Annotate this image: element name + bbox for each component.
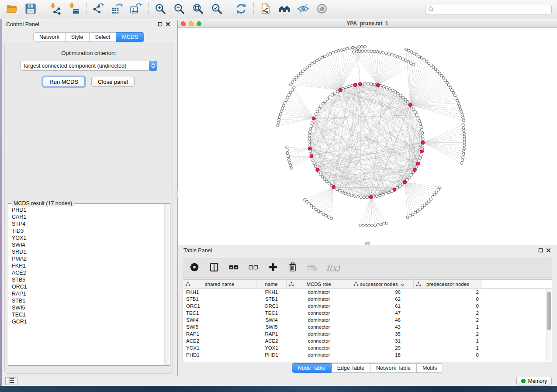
- table-row[interactable]: ORC1ORC1dominator610: [183, 303, 552, 309]
- zoom-selected-button[interactable]: [209, 2, 224, 17]
- table-cell: ACE2: [183, 337, 256, 344]
- close-panel-button[interactable]: Close panel: [91, 77, 135, 87]
- mcds-result-item[interactable]: ORC1: [9, 283, 164, 290]
- main-toolbar: [0, 0, 557, 19]
- mcds-result-item[interactable]: ACE2: [9, 269, 164, 276]
- control-panel: Control Panel Network Style Select MCDS …: [2, 20, 176, 376]
- mcds-result-item[interactable]: CAR1: [9, 213, 164, 220]
- column-header-name[interactable]: name: [256, 280, 287, 289]
- table-cell: dominator: [287, 316, 351, 323]
- table-row[interactable]: RAP1RAP1dominator352: [183, 330, 552, 337]
- mcds-result-item[interactable]: SWI5: [9, 304, 164, 311]
- export-table-icon: [111, 3, 123, 16]
- mcds-result-item[interactable]: GCR1: [9, 318, 164, 325]
- search-input[interactable]: [436, 7, 549, 13]
- float-panel-icon[interactable]: [538, 247, 543, 254]
- table-cell: [482, 323, 552, 330]
- list-icon: [8, 378, 15, 385]
- network-from-file-button[interactable]: [258, 2, 273, 17]
- houses-icon: [278, 3, 291, 16]
- show-column-panel-button[interactable]: [208, 262, 220, 274]
- run-mcds-button[interactable]: Run MCDS: [43, 77, 85, 87]
- horizontal-splitter-handle[interactable]: [365, 242, 370, 245]
- tab-network[interactable]: Network: [33, 32, 66, 42]
- table-cell: [482, 316, 552, 323]
- close-panel-icon[interactable]: [546, 247, 551, 254]
- hide-graphics-details-button[interactable]: [296, 2, 311, 17]
- delete-table-button[interactable]: [307, 262, 318, 274]
- deselect-all-button[interactable]: [248, 262, 259, 274]
- save-session-button[interactable]: [23, 2, 38, 17]
- column-header-shared-name[interactable]: shared name: [183, 280, 256, 289]
- sort-chevron-icon[interactable]: [401, 282, 405, 286]
- table-cell: dominator: [287, 303, 351, 309]
- home-overview-button[interactable]: [277, 2, 292, 17]
- delete-column-button[interactable]: [287, 262, 298, 274]
- table-row[interactable]: TEC1TEC1connector472: [183, 309, 552, 316]
- trash-icon: [287, 262, 298, 274]
- table-settings-button[interactable]: [189, 262, 200, 274]
- table-row[interactable]: STB1STB1dominator620: [183, 296, 552, 303]
- table-row[interactable]: FKH1FKH1dominator962: [183, 289, 552, 296]
- mcds-result-scrollbar[interactable]: [164, 204, 170, 365]
- open-file-button[interactable]: [4, 2, 19, 17]
- network-canvas[interactable]: [178, 28, 557, 245]
- mcds-result-item[interactable]: TEC1: [9, 311, 164, 318]
- zoom-fit-button[interactable]: [190, 2, 205, 17]
- export-table-button[interactable]: [110, 2, 125, 17]
- zoom-in-button[interactable]: [153, 2, 168, 17]
- task-history-button[interactable]: [5, 377, 17, 385]
- network-view-window: YPA_prune.txt_1: [178, 20, 557, 245]
- tab-network-table[interactable]: Network Table: [370, 363, 417, 373]
- mcds-result-item[interactable]: SWI4: [9, 241, 164, 248]
- mcds-result-item[interactable]: SRD1: [9, 248, 164, 255]
- tab-node-table[interactable]: Node Table: [292, 363, 332, 373]
- add-column-button[interactable]: [267, 262, 279, 274]
- table-row[interactable]: YOX1YOX1connector291: [183, 344, 552, 351]
- show-graphics-details-button[interactable]: [315, 2, 329, 17]
- mcds-result-item[interactable]: YOX1: [9, 234, 164, 241]
- mcds-result-item[interactable]: TID3: [9, 227, 164, 234]
- table-scrollbar[interactable]: [546, 289, 551, 361]
- tab-motifs[interactable]: Motifs: [417, 363, 443, 373]
- column-header-mcds-role[interactable]: MCDS role: [287, 280, 351, 289]
- close-panel-icon[interactable]: [166, 21, 170, 28]
- table-cell: dominator: [287, 330, 351, 337]
- tab-edge-table[interactable]: Edge Table: [332, 363, 370, 373]
- tab-mcds[interactable]: MCDS: [116, 32, 144, 42]
- table-scrollbar-thumb[interactable]: [547, 292, 551, 330]
- mcds-result-item[interactable]: STP4: [9, 220, 164, 227]
- optimization-criterion-select[interactable]: largest connected component (undirected): [20, 61, 157, 71]
- export-network-button[interactable]: [91, 2, 106, 17]
- table-row[interactable]: SWI5SWI5connector431: [183, 323, 552, 330]
- mcds-result-item[interactable]: PHD1: [9, 206, 164, 213]
- tab-select[interactable]: Select: [90, 32, 117, 42]
- network-graph[interactable]: [178, 28, 557, 245]
- tab-style[interactable]: Style: [66, 32, 90, 42]
- mcds-result-item[interactable]: FKH1: [9, 262, 164, 269]
- mcds-result-item[interactable]: STB1: [9, 297, 164, 304]
- refresh-view-button[interactable]: [234, 2, 249, 17]
- table-cell: 1: [414, 337, 482, 344]
- memory-button[interactable]: Memory: [516, 377, 552, 385]
- table-row[interactable]: PHD1PHD1dominator180: [183, 351, 552, 358]
- import-table-button[interactable]: [66, 2, 81, 17]
- zoom-out-button[interactable]: [172, 2, 187, 17]
- column-header-predecessor-nodes[interactable]: predecessor nodes: [414, 280, 482, 289]
- optimization-criterion-label: Optimization criterion:: [5, 50, 173, 56]
- table-cell: FKH1: [183, 289, 256, 296]
- table-cell: 43: [351, 323, 414, 330]
- table-row[interactable]: ACE2ACE2connector311: [183, 337, 552, 344]
- table-row[interactable]: SWI4SWI4dominator462: [183, 316, 552, 323]
- search-field[interactable]: [425, 5, 552, 14]
- mcds-result-item[interactable]: RAP1: [9, 290, 164, 297]
- import-network-button[interactable]: [48, 2, 62, 17]
- mcds-result-item[interactable]: PMA2: [9, 255, 164, 262]
- select-all-button[interactable]: [228, 262, 239, 274]
- float-panel-icon[interactable]: [158, 21, 163, 28]
- column-header-successor-nodes[interactable]: successor nodes: [351, 280, 414, 289]
- gear-icon: [189, 262, 200, 274]
- mcds-result-item[interactable]: STB5: [9, 276, 164, 283]
- apply-function-button[interactable]: f(x): [326, 262, 340, 274]
- export-image-button[interactable]: [128, 2, 143, 17]
